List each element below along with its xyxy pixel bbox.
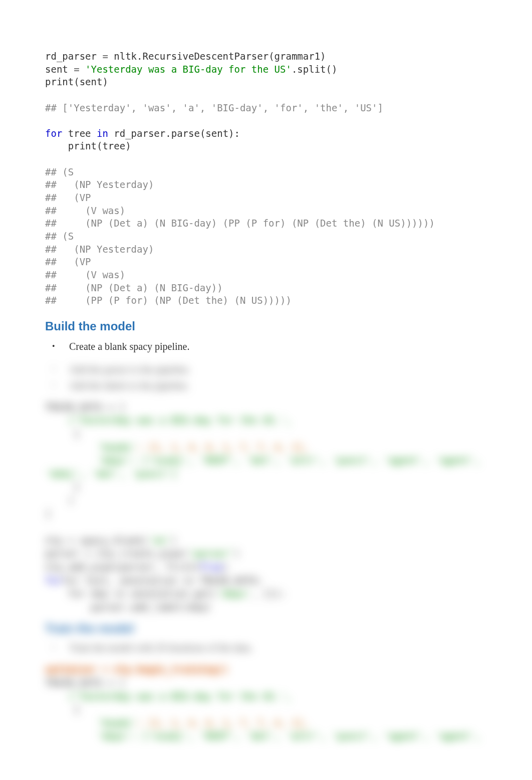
code-output: ## (PP (P for) (NP (Det the) (N US))))) [45,295,292,306]
code-output: ## (S [45,231,74,242]
bullet-list: Create a blank spacy pipeline. [45,338,487,354]
list-item: Create a blank spacy pipeline. [45,338,487,354]
section-heading: Build the model [45,319,487,333]
code-block: rd_parser = nltk.RecursiveDescentParser(… [45,50,487,307]
code-line: for tree in rd_parser.parse(sent): [45,128,240,139]
code-output: ## (NP (Det a) (N BIG-day)) [45,282,223,293]
code-output: ## (V was) [45,269,125,280]
code-line: rd_parser = nltk.RecursiveDescentParser(… [45,51,326,62]
code-output: ## ['Yesterday', 'was', 'a', 'BIG-day', … [45,102,383,113]
code-output: ## (VP [45,256,91,267]
code-output: ## (NP (Det a) (N BIG-day) (PP (P for) (… [45,218,435,229]
code-line: print(tree) [45,140,131,151]
locked-content: Add the parser to the pipeline. Add the … [45,361,487,743]
code-output: ## (VP [45,192,91,203]
code-line: print(sent) [45,76,108,87]
code-output: ## (NP Yesterday) [45,179,154,190]
code-output: ## (V was) [45,205,125,216]
code-output: ## (NP Yesterday) [45,244,154,255]
code-output: ## (S [45,166,74,177]
code-line: sent = 'Yesterday was a BIG-day for the … [45,64,337,75]
